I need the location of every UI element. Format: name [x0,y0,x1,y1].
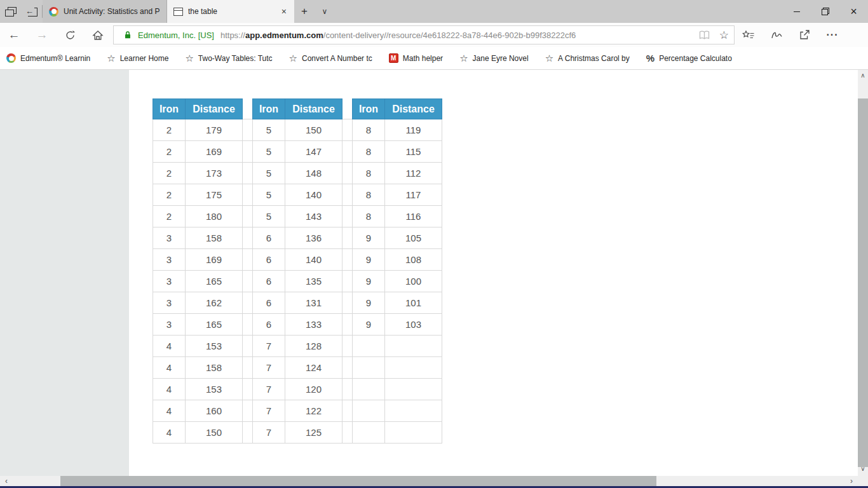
spacer-cell [342,141,353,163]
table-cell: 7 [253,336,285,357]
table-cell: 4 [153,357,186,379]
table-cell: 2 [153,119,186,141]
spacer-cell [243,292,253,314]
table-cell: 143 [285,206,342,227]
bookmark-item[interactable]: ☆Convert A Number tc [289,53,372,63]
table-row: 41537120 [153,379,442,400]
vertical-scrollbar[interactable]: ∧ ∨ [858,70,868,476]
spacer-cell [342,400,353,422]
site-identity-label[interactable]: Edmentum, Inc. [US] [138,30,214,40]
star-icon: ☆ [459,53,468,63]
table-cell: 150 [186,422,243,444]
table-cell [385,379,442,400]
table-cell: 158 [186,227,243,249]
tabs-set-aside-list-button[interactable] [0,0,21,23]
spacer-cell [243,206,253,227]
spacer-cell [243,422,253,444]
navigation-toolbar: ← → Edmentum, Inc. [US] https://app.edme… [0,23,868,47]
table-row: 315861369105 [153,227,442,249]
spacer-cell [243,141,253,163]
horizontal-scrollbar[interactable]: ‹ › [0,476,858,486]
tab-unit-activity[interactable]: Unit Activity: Statistics and P [43,0,167,23]
bookmark-item[interactable]: ☆Jane Eyre Novel [459,53,529,63]
set-tabs-aside-button[interactable]: ← [21,0,42,23]
table-cell [385,422,442,444]
table-cell: 179 [186,119,243,141]
home-button[interactable] [84,30,112,41]
table-cell [353,357,385,379]
scroll-down-icon[interactable]: ∨ [858,463,868,473]
vertical-scroll-thumb[interactable] [858,98,868,467]
table-cell: 103 [385,314,442,336]
scroll-up-icon[interactable]: ∧ [858,70,868,80]
close-button[interactable]: × [839,0,868,23]
table-cell: 165 [186,314,243,336]
spacer-cell [342,314,353,336]
spacer-cell [342,249,353,271]
tab-the-table[interactable]: the table × [167,0,294,23]
refresh-icon [65,30,76,41]
back-button[interactable]: ← [0,28,28,42]
table-cell: 2 [153,163,186,184]
share-button[interactable] [790,29,818,41]
table-cell: 6 [253,249,285,271]
column-header: Iron [253,99,285,119]
table-cell: 120 [285,379,342,400]
table-cell: 125 [285,422,342,444]
tab-list-chevron-icon[interactable]: ∨ [315,0,335,23]
table-row: 216951478115 [153,141,442,163]
table-cell: 162 [186,292,243,314]
table-cell: 119 [385,119,442,141]
bookmark-label: A Christmas Carol by [558,54,630,63]
table-cell: 3 [153,314,186,336]
table-cell: 108 [385,249,442,271]
table-cell: 131 [285,292,342,314]
bookmark-item[interactable]: MMath helper [389,53,443,63]
table-cell: 6 [253,271,285,292]
forward-button: → [28,28,56,42]
table-cell: 135 [285,271,342,292]
minimize-icon [794,11,800,12]
add-favorite-star-icon[interactable]: ☆ [719,30,729,41]
address-bar[interactable]: Edmentum, Inc. [US] https://app.edmentum… [113,25,735,44]
table-cell: 6 [253,227,285,249]
table-cell: 7 [253,400,285,422]
refresh-button[interactable] [56,30,84,41]
edmentum-logo-icon [6,53,16,63]
bookmark-item[interactable]: ☆A Christmas Carol by [545,53,630,63]
spacer-cell [342,357,353,379]
set-aside-icon: ← [25,7,37,16]
table-row: 41607122 [153,400,442,422]
restore-button[interactable] [811,0,839,23]
bookmark-item[interactable]: ☆Two-Way Tables: Tutc [185,53,272,63]
table-cell: 128 [285,336,342,357]
table-cell: 5 [253,141,285,163]
more-options-button[interactable]: ··· [818,29,846,41]
spacer-cell [342,271,353,292]
minimize-button[interactable] [782,0,811,23]
favorites-hub-button[interactable] [735,30,763,41]
spacer-cell [243,249,253,271]
tab-title: the table [188,7,275,16]
new-tab-button[interactable]: + [294,0,315,23]
data-table: IronDistanceIronDistanceIronDistance 217… [153,98,442,444]
table-cell: 8 [353,163,385,184]
page-left-gutter [0,70,129,476]
spacer-cell [342,422,353,444]
bookmark-item[interactable]: %Percentage Calculato [646,53,732,63]
table-row: 316961409108 [153,249,442,271]
tab-close-icon[interactable]: × [280,6,288,17]
scroll-left-icon[interactable]: ‹ [1,476,11,486]
bookmarks-bar: Edmentum® Learnin☆Learner Home☆Two-Way T… [0,47,868,70]
table-cell: 7 [253,422,285,444]
bookmark-item[interactable]: Edmentum® Learnin [6,53,90,63]
bookmark-item[interactable]: ☆Learner Home [107,53,168,63]
annotate-button[interactable] [763,30,790,40]
url-host: app.edmentum.com [245,30,323,40]
table-cell [353,336,385,357]
spacer-cell [342,119,353,141]
scroll-right-icon[interactable]: › [846,476,857,486]
horizontal-scroll-thumb[interactable] [60,476,656,486]
url-text[interactable]: https://app.edmentum.com/content-deliver… [220,30,693,40]
percent-icon: % [646,53,654,63]
